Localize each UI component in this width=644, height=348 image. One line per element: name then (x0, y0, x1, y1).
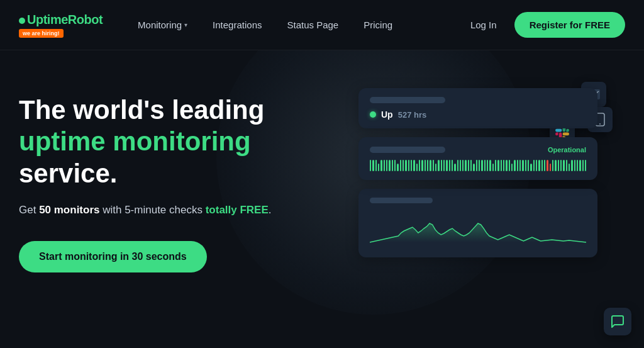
uptime-bar-item (579, 160, 580, 171)
chat-button[interactable] (604, 308, 631, 335)
uptime-bar-item (538, 160, 540, 171)
uptime-bar-item (569, 164, 570, 171)
status-card: Up 527 hrs (358, 88, 597, 128)
uptime-bar-item (433, 160, 434, 171)
uptime-bar-item (400, 160, 401, 171)
uptime-bar-item (558, 160, 559, 171)
hero-section: The world's leading uptime monitoring se… (0, 50, 644, 348)
response-chart (370, 211, 586, 249)
uptime-bar-item (452, 160, 453, 171)
uptime-bar-item (416, 164, 418, 171)
uptime-bar-item (525, 160, 526, 171)
uptime-bar-item (419, 160, 420, 171)
logo-dot (19, 18, 25, 24)
uptime-bar-item (392, 160, 393, 171)
uptime-bar-item (389, 160, 390, 171)
card-label-placeholder2 (370, 147, 445, 153)
hero-subtitle: Get 50 monitors with 5-minute checks tot… (19, 202, 346, 218)
uptime-bar-item (425, 160, 426, 171)
uptime-bar-item (487, 160, 488, 171)
uptime-bar-item (460, 160, 461, 171)
uptime-bar-item (501, 160, 502, 171)
uptime-bar-item (511, 164, 513, 171)
logo[interactable]: UptimeRobot we are hiring! (19, 13, 103, 38)
uptime-bar-item (397, 164, 398, 171)
response-chart-card (358, 189, 597, 257)
hero-title: The world's leading uptime monitoring se… (19, 94, 346, 189)
uptime-bar-item (528, 160, 529, 171)
status-dot (370, 111, 376, 118)
uptime-bar-item (370, 160, 371, 171)
uptime-bar-item (479, 160, 480, 171)
uptime-bar-item (473, 164, 474, 171)
status-indicator: Up 527 hrs (370, 109, 586, 120)
uptime-bar-item (384, 160, 385, 171)
uptime-bar-item (533, 160, 535, 171)
uptime-bar-item (541, 160, 543, 171)
login-link[interactable]: Log In (463, 14, 504, 35)
uptime-bar-item (435, 164, 436, 171)
uptime-bar-item (585, 160, 586, 171)
nav-links: Monitoring ▾ Integrations Status Page Pr… (128, 14, 463, 35)
uptime-bar-item (421, 160, 423, 171)
chevron-down-icon: ▾ (184, 21, 187, 28)
hiring-badge: we are hiring! (19, 29, 64, 38)
uptime-bar-item (443, 160, 445, 171)
uptime-bar-item (571, 160, 572, 171)
uptime-bar-item (454, 164, 455, 171)
uptime-bar-item (386, 160, 387, 171)
uptime-bar-item (394, 160, 396, 171)
uptime-bar-item (555, 160, 556, 171)
uptime-bar-item (405, 160, 406, 171)
uptime-bar-item (380, 160, 382, 171)
uptime-bar-item (574, 160, 575, 171)
uptime-bar-item (509, 160, 510, 171)
uptime-bar-item (519, 160, 521, 171)
uptime-bar-item (449, 160, 450, 171)
nav-actions: Log In Register for FREE (463, 12, 625, 38)
operational-label: Operational (548, 146, 586, 154)
nav-monitoring[interactable]: Monitoring ▾ (128, 14, 197, 35)
register-button[interactable]: Register for FREE (514, 12, 625, 38)
nav-integrations[interactable]: Integrations (203, 14, 272, 35)
uptime-bar-item (375, 160, 377, 171)
uptime-bar-item (506, 160, 507, 171)
uptime-bar-item (413, 160, 414, 171)
uptime-bar-item (552, 160, 553, 171)
nav-pricing[interactable]: Pricing (353, 14, 402, 35)
uptime-bar-item (566, 160, 567, 171)
uptime-bar-item (462, 160, 464, 171)
uptime-bar-item (457, 160, 458, 171)
uptime-bar-item (402, 160, 404, 171)
uptime-bar-item (560, 160, 562, 171)
uptime-bar-item (547, 160, 548, 171)
uptime-bar-item (441, 160, 442, 171)
uptime-bar-item (408, 160, 409, 171)
chart-svg (370, 211, 586, 249)
uptime-bar-item (536, 160, 537, 171)
uptime-bar-item (514, 160, 515, 171)
uptime-bar-item (489, 160, 491, 171)
hero-dashboard: Up 527 hrs Operational (346, 82, 625, 257)
uptime-bar-item (430, 160, 431, 171)
uptime-bar-item (484, 160, 486, 171)
uptime-bar-item (470, 160, 472, 171)
hero-content: The world's leading uptime monitoring se… (19, 82, 346, 272)
uptime-bar-item (481, 160, 482, 171)
svg-point-2 (599, 123, 601, 125)
nav-status-page[interactable]: Status Page (277, 14, 348, 35)
card-label-placeholder (370, 97, 445, 103)
uptime-bar-item (544, 160, 545, 171)
uptime-bar-item (517, 160, 518, 171)
uptime-bar-item (497, 160, 499, 171)
operational-card: Operational (358, 137, 597, 180)
uptime-bar-item (577, 160, 578, 171)
cta-button[interactable]: Start monitoring in 30 seconds (19, 241, 207, 272)
uptime-bar-item (438, 160, 439, 171)
uptime-bar-item (411, 160, 412, 171)
chart-label-placeholder (370, 198, 433, 203)
uptime-bar-item (446, 160, 447, 171)
uptime-bar-item (476, 160, 477, 171)
uptime-bar-item (582, 160, 584, 171)
logo-name: UptimeRobot (27, 13, 103, 26)
